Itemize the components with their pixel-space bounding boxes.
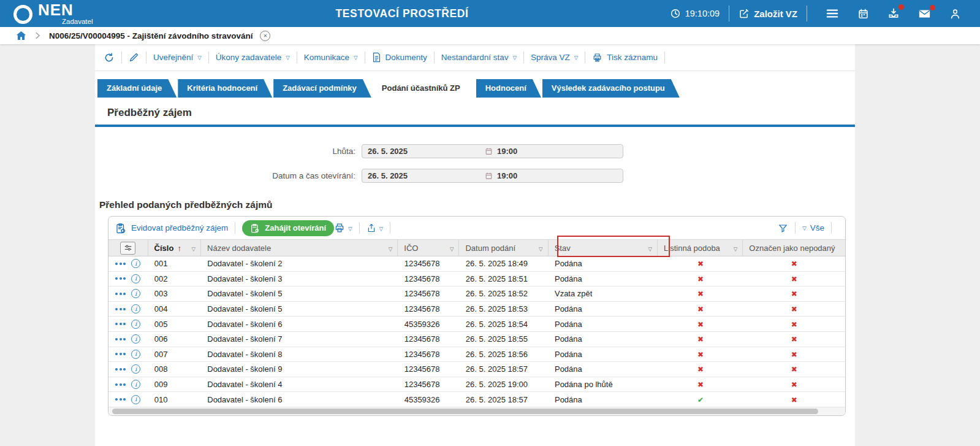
menu-uverejneni[interactable]: Uveřejnění (153, 53, 202, 62)
row-actions-icon[interactable] (115, 263, 126, 265)
filter-caret-icon[interactable] (450, 244, 454, 253)
divider (146, 52, 146, 63)
info-icon[interactable] (131, 320, 140, 329)
info-icon[interactable] (131, 350, 140, 359)
mark-icon (697, 259, 704, 268)
row-actions-icon[interactable] (115, 338, 126, 340)
info-icon[interactable] (131, 259, 140, 268)
register-interest-button[interactable]: Evidovat předběžný zájem (115, 223, 228, 234)
envelope-icon (918, 8, 931, 20)
cell-listinna-mark (658, 395, 743, 404)
cell-ico: 12345678 (398, 380, 460, 389)
date-value[interactable]: 26. 5. 2025 (362, 171, 485, 180)
caret-down-icon (802, 223, 807, 233)
calendar-small-icon (485, 147, 493, 155)
create-vz-button[interactable]: Založit VZ (739, 8, 797, 19)
divider (297, 52, 297, 63)
info-icon[interactable] (131, 274, 140, 283)
column-header-stav[interactable]: Stav (549, 240, 658, 256)
table-row[interactable]: 008 Dodavatel - školení 9 12345678 26. 5… (108, 362, 845, 377)
horizontal-scrollbar[interactable] (108, 407, 845, 415)
menu-komunikace[interactable]: Komunikace (304, 53, 358, 62)
filter-caret-icon[interactable] (539, 244, 543, 253)
table-row[interactable]: 001 Dodavatel - školení 2 12345678 26. 5… (108, 256, 845, 272)
row-actions-icon[interactable] (115, 293, 126, 295)
row-actions-icon[interactable] (115, 398, 126, 401)
edit-button[interactable] (129, 52, 139, 63)
row-actions-icon[interactable] (115, 277, 126, 280)
row-actions-icon[interactable] (115, 308, 126, 310)
column-header-cislo[interactable]: Číslo (148, 240, 201, 256)
field-label: Datum a čas otevírání: (95, 171, 362, 180)
row-actions-icon[interactable] (115, 323, 126, 325)
table-header-row: Číslo Název dodavatele IČO Datum podání (108, 239, 845, 256)
filter-caret-icon[interactable] (192, 244, 196, 253)
column-header-listinna-podoba[interactable]: Listinná podoba (658, 240, 743, 256)
filter-funnel-icon[interactable] (778, 223, 788, 233)
tab[interactable]: Zadávací podmínky (273, 79, 371, 98)
caret-down-icon (512, 53, 517, 62)
info-icon[interactable] (131, 334, 140, 344)
table-row[interactable]: 007 Dodavatel - školení 8 12345678 26. 5… (108, 347, 845, 363)
column-header-ico[interactable]: IČO (398, 240, 459, 256)
column-settings-icon[interactable] (120, 242, 135, 255)
cell-listinna-mark (658, 289, 743, 298)
info-icon[interactable] (131, 364, 140, 374)
menu-ukony-zadavatele[interactable]: Úkony zadavatele (216, 53, 290, 62)
tab[interactable]: Hodnocení (476, 79, 541, 98)
calendar-button[interactable] (848, 8, 878, 20)
row-actions-icon[interactable] (115, 383, 126, 386)
tab[interactable]: Kritéria hodnocení (178, 79, 272, 98)
export-button[interactable] (367, 223, 384, 234)
table-row[interactable]: 004 Dodavatel - školení 5 12345678 26. 5… (108, 302, 845, 317)
date-value[interactable]: 26. 5. 2025 (362, 147, 485, 156)
menu-dokumenty[interactable]: Dokumenty (372, 52, 427, 63)
filter-all-dropdown[interactable]: Vše (802, 223, 824, 233)
column-header-nazev-dodavatele[interactable]: Název dodavatele (201, 240, 398, 256)
cell-cislo: 003 (148, 289, 201, 298)
tab[interactable]: Výsledek zadávacího postupu (542, 79, 680, 98)
table-row[interactable]: 010 Dodavatel - školení 6 45359326 26. 5… (108, 392, 845, 407)
tabs: Základní údaje Kritéria hodnocení Zadáva… (97, 79, 855, 98)
menu-button[interactable] (816, 8, 848, 19)
start-opening-button[interactable]: Zahájit otevírání (242, 220, 334, 236)
info-icon[interactable] (131, 395, 140, 404)
time-value-group[interactable]: 19:00 (485, 171, 517, 180)
cell-listinna-mark (658, 259, 743, 268)
tab[interactable]: Podání účastníků ZP (373, 79, 475, 98)
row-actions-icon[interactable] (115, 368, 126, 371)
oteviani-datetime-field[interactable]: 26. 5. 2025 19:00 (362, 169, 623, 183)
table-row[interactable]: 002 Dodavatel - školení 3 12345678 26. 5… (108, 272, 845, 287)
column-header-datum-podani[interactable]: Datum podání (459, 240, 548, 256)
filter-caret-icon[interactable] (648, 244, 653, 253)
profile-button[interactable] (940, 8, 970, 20)
tab[interactable]: Základní údaje (97, 79, 177, 98)
print-table-button[interactable] (334, 223, 352, 234)
info-icon[interactable] (131, 289, 140, 298)
table-row[interactable]: 003 Dodavatel - školení 5 12345678 26. 5… (108, 286, 845, 302)
breadcrumb-record[interactable]: N006/25/V00004995 - Zajištění závodního … (49, 31, 253, 40)
info-icon[interactable] (131, 380, 140, 389)
filter-caret-icon[interactable] (734, 244, 738, 253)
menu-sprava-vz[interactable]: Správa VZ (531, 53, 578, 62)
nen-logo[interactable]: NEN Zadavatel (13, 2, 93, 26)
tab-label: Podání účastníků ZP (382, 83, 460, 93)
inbox-button[interactable] (878, 7, 909, 20)
table-row[interactable]: 006 Dodavatel - školení 7 12345678 26. 5… (108, 332, 845, 347)
menu-nestandardni-stav[interactable]: Nestandardní stav (441, 53, 517, 62)
refresh-button[interactable] (104, 52, 115, 63)
cell-datum: 26. 5. 2025 18:57 (460, 395, 549, 404)
table-row[interactable]: 009 Dodavatel - školení 4 12345678 26. 5… (108, 377, 845, 393)
filter-caret-icon[interactable] (389, 244, 393, 253)
close-record-icon[interactable] (260, 31, 270, 41)
home-icon[interactable] (16, 31, 26, 40)
table-row[interactable]: 005 Dodavatel - školení 6 45359326 26. 5… (108, 317, 845, 332)
print-record-button[interactable]: Tisk záznamu (592, 53, 658, 63)
time-value-group[interactable]: 19:00 (485, 147, 517, 156)
column-header-oznacen-jako-nepodany[interactable]: Označen jako nepodaný (743, 240, 845, 256)
horizontal-scrollbar-thumb[interactable] (112, 409, 818, 414)
messages-button[interactable] (909, 8, 940, 20)
row-actions-icon[interactable] (115, 353, 126, 355)
lhuta-datetime-field[interactable]: 26. 5. 2025 19:00 (362, 144, 623, 158)
info-icon[interactable] (131, 304, 140, 313)
